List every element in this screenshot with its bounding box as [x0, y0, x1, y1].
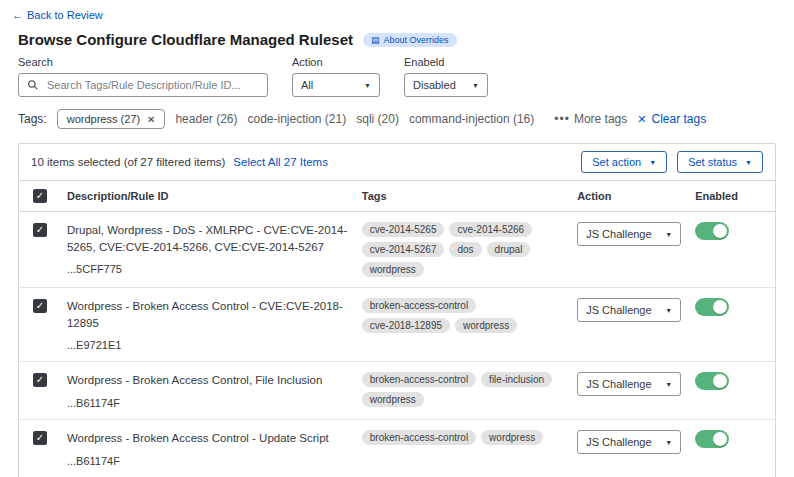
tag-filter[interactable]: command-injection (16) [409, 112, 534, 126]
set-status-label: Set status [688, 156, 737, 168]
chevron-down-icon: ▼ [649, 159, 656, 166]
row-checkbox[interactable]: ✓ [33, 373, 47, 387]
search-filter: Search [18, 56, 268, 97]
active-tag-label: wordpress (27) [67, 113, 140, 125]
table-row: ✓ Drupal, Wordpress - DoS - XMLRPC - CVE… [19, 212, 775, 288]
tag-filter[interactable]: code-injection (21) [247, 112, 346, 126]
search-label: Search [18, 56, 268, 68]
ruleset-panel: 10 items selected (of 27 filtered items)… [18, 143, 776, 477]
table-row: ✓ Wordpress - Broken Access Control, Fil… [19, 362, 775, 420]
row-action-select[interactable]: JS Challenge ▼ [577, 430, 681, 454]
rule-id: ...B61174F [67, 455, 352, 467]
rule-tags: cve-2014-5265cve-2014-5266cve-2014-5267d… [362, 222, 567, 277]
tag-chip: cve-2014-5266 [449, 222, 532, 237]
tag-chip: wordpress [362, 262, 424, 277]
action-filter: Action All ▼ [292, 56, 380, 97]
rule-description: Wordpress - Broken Access Control - CVE:… [67, 298, 352, 331]
enabled-select[interactable]: Disabled ▼ [404, 73, 488, 97]
tag-chip: broken-access-control [362, 298, 476, 313]
rule-tags: broken-access-controlwordpress [362, 430, 567, 445]
enabled-toggle[interactable] [695, 430, 729, 448]
active-tag-wordpress[interactable]: wordpress (27) ✕ [57, 109, 166, 129]
more-tags-button[interactable]: •••More tags [554, 112, 627, 126]
row-action-value: JS Challenge [586, 228, 651, 240]
column-enabled: Enabled [695, 181, 775, 212]
overrides-icon: ▤ [371, 35, 380, 45]
back-arrow-icon: ← [12, 9, 23, 21]
set-status-button[interactable]: Set status ▼ [677, 151, 763, 173]
search-icon [27, 79, 39, 91]
remove-tag-icon[interactable]: ✕ [147, 114, 155, 125]
chevron-down-icon: ▼ [665, 439, 672, 446]
select-all-checkbox[interactable]: ✓ [33, 189, 47, 203]
chevron-down-icon: ▼ [665, 231, 672, 238]
about-overrides-label: About Overrides [384, 35, 449, 45]
enabled-toggle[interactable] [695, 372, 729, 390]
about-overrides-badge[interactable]: ▤ About Overrides [363, 33, 457, 47]
tag-filter[interactable]: header (26) [175, 112, 237, 126]
enabled-select-value: Disabled [413, 79, 456, 91]
tag-chip: cve-2014-5267 [362, 242, 445, 257]
action-label: Action [292, 56, 380, 68]
tag-filter[interactable]: sqli (20) [356, 112, 399, 126]
enabled-toggle[interactable] [695, 222, 729, 240]
rule-tags: broken-access-controlcve-2018-12895wordp… [362, 298, 567, 333]
set-action-button[interactable]: Set action ▼ [581, 151, 667, 173]
action-select-value: All [301, 79, 313, 91]
clear-tags-icon: ✕ [637, 113, 646, 126]
tag-chip: drupal [487, 242, 531, 257]
row-action-select[interactable]: JS Challenge ▼ [577, 222, 681, 246]
tag-chip: file-inclusion [481, 372, 552, 387]
enabled-filter: Enabeld Disabled ▼ [404, 56, 488, 97]
ellipsis-icon: ••• [554, 112, 570, 126]
tag-filter-list: header (26)code-injection (21)sqli (20)c… [175, 112, 544, 126]
rules-table: ✓ Description/Rule ID Tags Action Enable… [19, 181, 775, 477]
enabled-label: Enabeld [404, 56, 488, 68]
action-select[interactable]: All ▼ [292, 73, 380, 97]
tags-bar: Tags: wordpress (27) ✕ header (26)code-i… [18, 109, 776, 129]
clear-tags-label: Clear tags [651, 112, 706, 126]
tag-chip: wordpress [362, 392, 424, 407]
row-action-value: JS Challenge [586, 436, 651, 448]
tag-chip: cve-2014-5265 [362, 222, 445, 237]
chevron-down-icon: ▼ [364, 82, 371, 89]
selection-summary: 10 items selected (of 27 filtered items) [31, 156, 225, 168]
row-action-select[interactable]: JS Challenge ▼ [577, 372, 681, 396]
tag-chip: wordpress [455, 318, 517, 333]
back-link[interactable]: ←Back to Review [12, 9, 103, 21]
table-row: ✓ Wordpress - Broken Access Control - Up… [19, 420, 775, 477]
rule-id: ...5CFF775 [67, 263, 352, 275]
row-checkbox[interactable]: ✓ [33, 299, 47, 313]
rule-description: Wordpress - Broken Access Control - Upda… [67, 430, 352, 447]
chevron-down-icon: ▼ [665, 307, 672, 314]
search-input[interactable] [45, 78, 259, 92]
column-tags: Tags [362, 181, 577, 212]
table-header-row: ✓ Description/Rule ID Tags Action Enable… [19, 181, 775, 212]
enabled-toggle[interactable] [695, 298, 729, 316]
tag-chip: broken-access-control [362, 430, 476, 445]
table-body: ✓ Drupal, Wordpress - DoS - XMLRPC - CVE… [19, 212, 775, 477]
row-checkbox[interactable]: ✓ [33, 431, 47, 445]
tags-label: Tags: [18, 112, 47, 126]
row-action-value: JS Challenge [586, 304, 651, 316]
row-checkbox[interactable]: ✓ [33, 223, 47, 237]
tag-chip: cve-2018-12895 [362, 318, 450, 333]
chevron-down-icon: ▼ [745, 159, 752, 166]
rule-description: Wordpress - Broken Access Control, File … [67, 372, 352, 389]
back-row: ←Back to Review [0, 0, 794, 21]
rule-tags: broken-access-controlfile-inclusionwordp… [362, 372, 567, 407]
selection-bar: 10 items selected (of 27 filtered items)… [19, 144, 775, 181]
page-title: Browse Configure Cloudflare Managed Rule… [18, 31, 353, 48]
search-box[interactable] [18, 73, 268, 97]
column-description: Description/Rule ID [67, 181, 362, 212]
table-row: ✓ Wordpress - Broken Access Control - CV… [19, 288, 775, 362]
clear-tags-button[interactable]: ✕ Clear tags [637, 112, 706, 126]
chevron-down-icon: ▼ [472, 82, 479, 89]
select-all-link[interactable]: Select All 27 Items [233, 156, 328, 168]
tag-chip: wordpress [481, 430, 543, 445]
row-action-select[interactable]: JS Challenge ▼ [577, 298, 681, 322]
tag-chip: dos [449, 242, 481, 257]
set-action-label: Set action [592, 156, 641, 168]
rule-description: Drupal, Wordpress - DoS - XMLRPC - CVE:C… [67, 222, 352, 255]
back-link-label: Back to Review [27, 9, 103, 21]
